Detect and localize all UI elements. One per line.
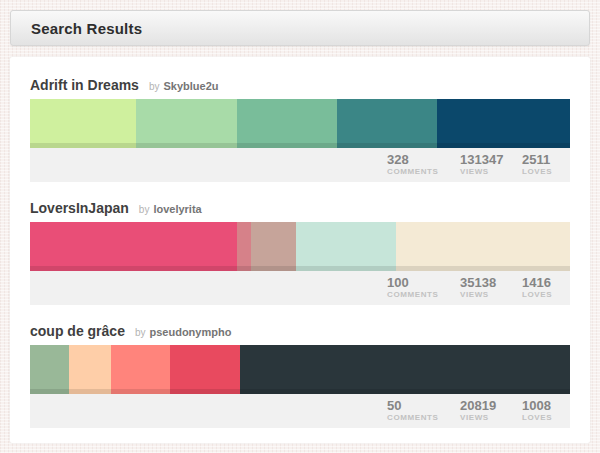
views-stat: 131347 VIEWS [460,152,522,182]
loves-stat: 2511 LOVES [522,152,560,182]
palette-swatch-bar[interactable] [30,99,570,148]
color-swatch[interactable] [337,99,437,148]
color-swatch[interactable] [237,222,251,271]
palette-author-link[interactable]: Skyblue2u [163,80,218,92]
color-swatch[interactable] [396,222,570,271]
palette-row: LoversInJapan by lovelyrita 100 COMMENTS… [30,200,570,305]
palette-stats-bar: 328 COMMENTS 131347 VIEWS 2511 LOVES [30,148,570,182]
color-swatch[interactable] [69,345,111,394]
views-label: VIEWS [460,290,522,300]
color-swatch[interactable] [437,99,570,148]
loves-label: LOVES [522,290,560,300]
palette-stats-bar: 50 COMMENTS 20819 VIEWS 1008 LOVES [30,394,570,428]
loves-count: 1416 [522,275,560,290]
palette-title-link[interactable]: LoversInJapan [30,200,129,216]
color-swatch[interactable] [240,345,570,394]
palette-row: coup de grâce by pseudonympho 50 COMMENT… [30,323,570,428]
color-swatch[interactable] [251,222,296,271]
comments-stat: 328 COMMENTS [387,152,460,182]
comments-stat: 100 COMMENTS [387,275,460,305]
page-title: Search Results [31,20,142,37]
comments-label: COMMENTS [387,167,460,177]
comments-count: 50 [387,398,460,413]
palette-swatch-bar[interactable] [30,222,570,271]
color-swatch[interactable] [30,345,69,394]
loves-count: 1008 [522,398,560,413]
by-label: by [135,327,146,338]
color-swatch[interactable] [30,99,136,148]
palette-head: Adrift in Dreams by Skyblue2u [30,77,570,93]
views-count: 35138 [460,275,522,290]
loves-stat: 1008 LOVES [522,398,560,428]
palette-author-link[interactable]: pseudonympho [149,326,231,338]
color-swatch[interactable] [170,345,240,394]
by-label: by [139,204,150,215]
comments-count: 328 [387,152,460,167]
palette-author-link[interactable]: lovelyrita [153,203,201,215]
comments-label: COMMENTS [387,290,460,300]
views-stat: 35138 VIEWS [460,275,522,305]
palette-head: coup de grâce by pseudonympho [30,323,570,339]
views-count: 20819 [460,398,522,413]
comments-stat: 50 COMMENTS [387,398,460,428]
loves-label: LOVES [522,167,560,177]
color-swatch[interactable] [30,222,237,271]
comments-label: COMMENTS [387,413,460,423]
palette-swatch-bar[interactable] [30,345,570,394]
search-results-header: Search Results [10,10,590,46]
results-card: Adrift in Dreams by Skyblue2u 328 COMMEN… [10,57,590,443]
palette-title-link[interactable]: coup de grâce [30,323,125,339]
views-count: 131347 [460,152,522,167]
color-swatch[interactable] [237,99,337,148]
palette-title-link[interactable]: Adrift in Dreams [30,77,139,93]
comments-count: 100 [387,275,460,290]
loves-stat: 1416 LOVES [522,275,560,305]
color-swatch[interactable] [296,222,396,271]
views-stat: 20819 VIEWS [460,398,522,428]
palette-head: LoversInJapan by lovelyrita [30,200,570,216]
page-background: Search Results Adrift in Dreams by Skybl… [0,0,600,453]
loves-count: 2511 [522,152,560,167]
color-swatch[interactable] [136,99,237,148]
by-label: by [149,81,160,92]
palette-row: Adrift in Dreams by Skyblue2u 328 COMMEN… [30,77,570,182]
palette-stats-bar: 100 COMMENTS 35138 VIEWS 1416 LOVES [30,271,570,305]
loves-label: LOVES [522,413,560,423]
views-label: VIEWS [460,167,522,177]
views-label: VIEWS [460,413,522,423]
color-swatch[interactable] [111,345,170,394]
